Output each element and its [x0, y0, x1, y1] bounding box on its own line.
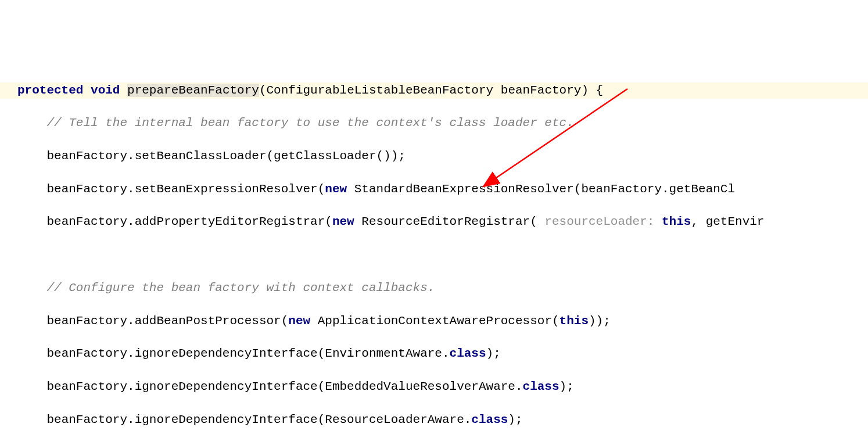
keyword-class: class — [450, 347, 486, 360]
code-editor-viewport: protected void prepareBeanFactory(Config… — [0, 66, 868, 438]
code-text: beanFactory.setBeanExpressionResolver( — [46, 182, 325, 196]
comment: // Tell the internal bean factory to use… — [46, 116, 573, 130]
keyword-new: new — [288, 314, 310, 328]
keyword-new: new — [332, 215, 354, 228]
keyword-class: class — [471, 413, 508, 426]
code-text: beanFactory.ignoreDependencyInterface(En… — [46, 347, 449, 360]
code-text: StandardBeanExpressionResolver(beanFacto… — [347, 182, 735, 196]
code-text: )); — [589, 314, 611, 328]
code-line: beanFactory.setBeanExpressionResolver(ne… — [0, 181, 868, 198]
keyword-this: this — [559, 314, 589, 328]
comment: // Configure the bean factory with conte… — [46, 281, 435, 295]
keyword-void: void — [91, 84, 120, 97]
svg-line-1 — [483, 89, 627, 186]
code-text: ApplicationContextAwareProcessor( — [310, 314, 559, 328]
code-text: ResourceEditorRegistrar( — [354, 215, 545, 228]
code-line: beanFactory.ignoreDependencyInterface(Re… — [0, 412, 868, 428]
code-text: beanFactory.addPropertyEditorRegistrar( — [46, 215, 332, 228]
code-text: beanFactory.addBeanPostProcessor( — [46, 314, 288, 328]
code-line: beanFactory.ignoreDependencyInterface(Em… — [0, 379, 868, 395]
keyword-this: this — [662, 215, 691, 228]
param-hint: resourceLoader: — [544, 215, 654, 228]
code-line: beanFactory.addBeanPostProcessor(new App… — [0, 313, 868, 329]
code-line: // Tell the internal bean factory to use… — [0, 115, 868, 131]
code-text: beanFactory.ignoreDependencyInterface(Re… — [46, 413, 471, 426]
keyword-new: new — [325, 182, 347, 196]
code-line: // Configure the bean factory with conte… — [0, 280, 868, 296]
code-text: ); — [559, 380, 574, 393]
code-line: protected void prepareBeanFactory(Config… — [0, 82, 868, 99]
code-text: ); — [486, 347, 501, 360]
code-line: beanFactory.addPropertyEditorRegistrar(n… — [0, 214, 868, 230]
code-line-blank — [0, 247, 868, 263]
code-text: ); — [508, 413, 522, 426]
code-line: beanFactory.setBeanClassLoader(getClassL… — [0, 148, 868, 164]
code-line: beanFactory.ignoreDependencyInterface(En… — [0, 346, 868, 362]
keyword-protected: protected — [17, 84, 83, 97]
code-text: , getEnvir — [691, 215, 764, 228]
code-text: beanFactory.ignoreDependencyInterface(Em… — [46, 380, 522, 393]
code-text: beanFactory.setBeanClassLoader(getClassL… — [46, 149, 406, 163]
keyword-class: class — [523, 380, 559, 393]
method-name-highlight: prepareBeanFactory — [127, 84, 259, 97]
code-text: (ConfigurableListableBeanFactory beanFac… — [259, 84, 603, 97]
